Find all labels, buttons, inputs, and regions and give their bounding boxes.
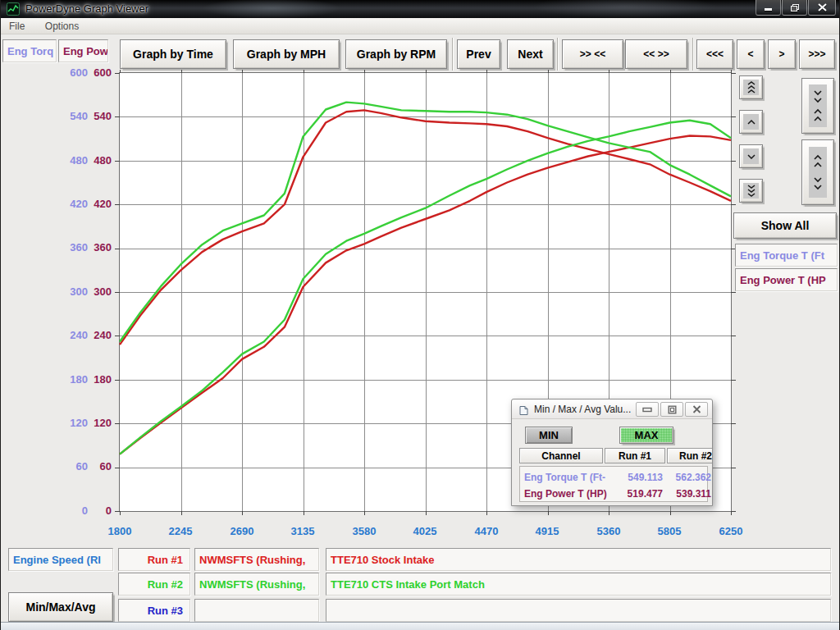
minmax-value: 562.362 (664, 472, 711, 483)
x-axis-tick-label: 1800 (95, 525, 144, 538)
y-axis-tick-label: 600 (65, 66, 112, 80)
scroll-far-right-button[interactable]: >>> (799, 39, 835, 69)
torque-trace-box[interactable]: Eng Torque T (Ft (735, 244, 838, 267)
show-all-button[interactable]: Show All (733, 212, 837, 239)
y-axis-tick-label: 180 (65, 373, 112, 386)
y-axis-tick-label: 300 (65, 285, 112, 299)
x-axis-tick-label: 2245 (156, 525, 205, 538)
minmax-minimize-button[interactable] (636, 402, 659, 417)
minmax-table: Eng Torque T (Ft- 549.113 562.362 Eng Po… (519, 466, 708, 502)
expand-y-button[interactable] (801, 139, 834, 205)
graph-by-mph-button[interactable]: Graph by MPH (233, 39, 340, 69)
close-icon (818, 3, 827, 11)
y-axis-tick-label: 240 (65, 329, 112, 342)
next-button[interactable]: Next (507, 39, 554, 69)
x-axis-tick-label: 5360 (584, 525, 633, 538)
triple-chevron-down-icon (743, 183, 759, 199)
x-axis-tick-label: 2690 (217, 525, 267, 538)
y-axis-tick-label: 480 (65, 154, 112, 167)
minmax-window: Min / Max / Avg Valu... MIN MAX Channel … (511, 399, 713, 506)
x-axis-tick-label: 3135 (278, 525, 327, 538)
minmax-close-button[interactable] (685, 402, 708, 417)
x-axis-tick-label: 4915 (523, 525, 572, 538)
run2-label: Run #2 (118, 573, 190, 596)
run2-description-box: TTE710 CTS Intake Port Match (326, 573, 831, 596)
powerdyne-window: PowerDyne Graph Viewer File Options Eng … (0, 0, 840, 630)
x-axis-tick-label: 5805 (645, 525, 694, 538)
power-trace-box[interactable]: Eng Power T (HP (735, 268, 838, 291)
toolbar-divider (692, 38, 694, 71)
scroll-left-button[interactable]: < (737, 39, 765, 69)
toolbar-divider (557, 38, 559, 71)
minmax-value: 539.311 (664, 488, 711, 500)
menu-options[interactable]: Options (37, 18, 87, 34)
x-axis-tick-label: 4025 (400, 525, 450, 538)
minmax-column-run2[interactable]: Run #2 (667, 448, 713, 463)
max-toggle-button[interactable]: MAX (619, 427, 673, 444)
y-axis-tick-label: 540 (65, 110, 112, 123)
scale-down-fast-button[interactable] (739, 179, 763, 203)
minmax-title-bar[interactable]: Min / Max / Avg Valu... (512, 399, 712, 419)
compress-y-button[interactable] (801, 78, 834, 134)
minmax-window-title: Min / Max / Avg Valu... (534, 404, 631, 415)
graph-by-rpm-button[interactable]: Graph by RPM (345, 39, 447, 69)
title-bar: PowerDyne Graph Viewer (1, 0, 840, 18)
close-icon (692, 405, 701, 413)
minmax-restore-button[interactable] (660, 402, 683, 417)
scroll-far-left-button[interactable]: <<< (696, 39, 733, 69)
scroll-right-button[interactable]: > (768, 39, 796, 69)
power-channel-box[interactable]: Eng Powe (58, 39, 108, 62)
x-axis-tick-label: 3580 (340, 525, 389, 538)
scale-down-button[interactable] (739, 144, 763, 168)
y-axis-tick-label: 0 (65, 504, 112, 518)
zoom-out-x-button[interactable]: << >> (625, 39, 687, 69)
zoom-in-x-button[interactable]: >> << (562, 39, 623, 69)
triple-chevron-up-icon (743, 80, 759, 95)
run3-description-box (326, 599, 831, 622)
minmax-value: 519.477 (602, 488, 663, 500)
minmax-row-channel: Eng Power T (HP) (524, 488, 607, 500)
min-toggle-button[interactable]: MIN (525, 427, 573, 444)
restore-icon (668, 405, 677, 414)
toolbar-divider (452, 38, 454, 71)
window-title: PowerDyne Graph Viewer (25, 2, 148, 15)
minimize-icon (642, 407, 652, 413)
window-resize-strip (1, 622, 840, 630)
chevrons-collapse-icon (809, 84, 827, 127)
restore-button[interactable] (782, 0, 807, 16)
restore-icon (790, 3, 800, 12)
y-axis-tick-label: 120 (65, 417, 112, 430)
minimize-icon (764, 4, 774, 11)
minmax-column-run1[interactable]: Run #1 (605, 448, 665, 463)
document-icon (518, 404, 529, 419)
minmaxavg-button[interactable]: Min/Max/Avg (8, 592, 113, 622)
run3-label: Run #3 (118, 599, 190, 622)
graph-by-time-button[interactable]: Graph by Time (120, 39, 226, 69)
y-axis-tick-label: 360 (65, 241, 112, 254)
scale-up-button[interactable] (739, 110, 763, 134)
torque-channel-box[interactable]: Eng Torq (2, 39, 57, 62)
run1-source-box: NWMSFTS (Rushing, (194, 548, 319, 571)
minmax-value: 549.113 (602, 472, 663, 483)
y-axis-tick-label: 420 (65, 198, 112, 211)
series-run-2-eng-torque-t-ft-lbs-tte710-cts-intake-port-match (120, 103, 731, 342)
run1-label: Run #1 (118, 548, 190, 571)
chevron-down-icon (743, 148, 759, 164)
run2-source-box: NWMSFTS (Rushing, (194, 573, 319, 596)
x-channel-box[interactable]: Engine Speed (RI (8, 548, 113, 571)
menu-file[interactable]: File (1, 18, 33, 34)
run1-description-box: TTE710 Stock Intake (326, 548, 831, 571)
scale-up-fast-button[interactable] (739, 75, 763, 99)
close-button[interactable] (808, 0, 836, 16)
chevron-up-icon (743, 114, 759, 130)
minmax-column-channel[interactable]: Channel (519, 448, 603, 463)
minmax-row-channel: Eng Torque T (Ft- (524, 472, 605, 483)
menu-bar: File Options (1, 18, 840, 34)
prev-button[interactable]: Prev (457, 39, 500, 69)
app-icon (7, 2, 20, 16)
y-axis-tick-label: 60 (65, 460, 112, 473)
minimize-button[interactable] (756, 0, 781, 16)
chevrons-expand-icon (809, 147, 827, 198)
x-axis-tick-label: 6250 (706, 525, 756, 538)
run3-source-box (194, 599, 319, 622)
